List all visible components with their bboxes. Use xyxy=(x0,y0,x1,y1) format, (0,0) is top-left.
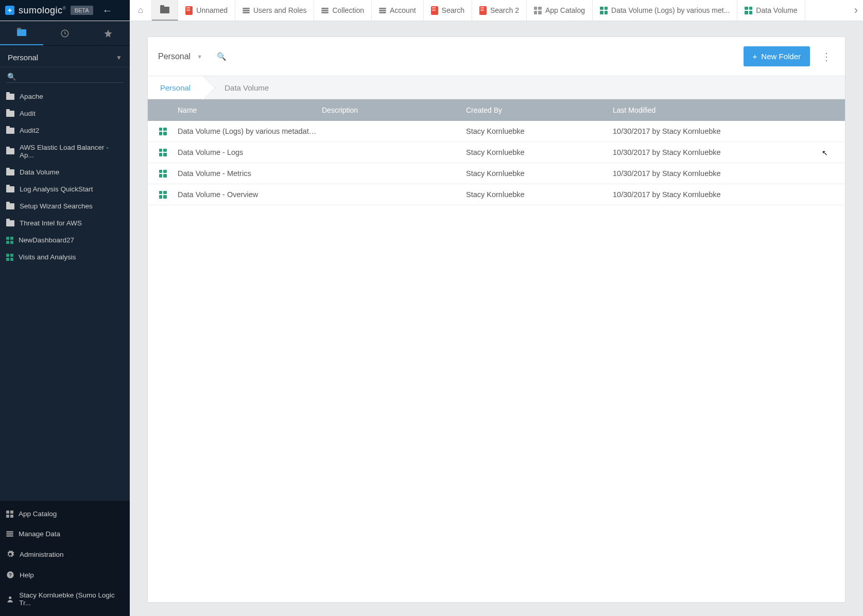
sidebar-section-header[interactable]: Personal ▼ xyxy=(0,46,130,67)
chevron-down-icon: ▼ xyxy=(197,54,202,60)
tab-data-volume-logs-by-various-met[interactable]: Data Volume (Logs) by various met... xyxy=(593,0,737,21)
sidebar-section-label: Personal xyxy=(8,53,38,62)
col-last-modified[interactable]: Last Modified xyxy=(613,106,845,114)
sidebar-tab-favorites[interactable] xyxy=(87,21,130,45)
tab-account[interactable]: Account xyxy=(372,0,424,21)
dashboard-icon xyxy=(745,7,752,14)
folder-icon xyxy=(6,128,14,134)
search-doc-icon xyxy=(185,6,193,15)
new-folder-label: New Folder xyxy=(761,52,801,61)
sidebar-bottom-manage-data[interactable]: Manage Data xyxy=(0,524,130,544)
apps-icon xyxy=(6,511,13,518)
tab-search[interactable]: Search xyxy=(424,0,472,21)
tab-data-volume[interactable]: Data Volume xyxy=(737,0,805,21)
sidebar-bottom-help[interactable]: ?Help xyxy=(0,565,130,585)
tab-unnamed[interactable]: Unnamed xyxy=(178,0,235,21)
table-row[interactable]: Data Volume (Logs) by various metadata f… xyxy=(148,121,845,142)
folder-selector-label: Personal xyxy=(158,52,191,61)
sidebar-bottom-label: Administration xyxy=(20,551,64,558)
panel-header: Personal ▼ 🔍 + New Folder ⋮ xyxy=(148,37,845,76)
sidebar-bottom-app-catalog[interactable]: App Catalog xyxy=(0,504,130,524)
row-name: Data Volume - Logs xyxy=(178,148,322,156)
plus-icon: + xyxy=(753,52,757,61)
sidebar-search-input[interactable] xyxy=(6,71,124,83)
apps-icon xyxy=(534,7,542,14)
table-row[interactable]: Data Volume - MetricsStacy Kornluebke10/… xyxy=(148,163,845,184)
topbar: + sumologic® BETA ← ⌂UnnamedUsers and Ro… xyxy=(0,0,863,21)
sidebar-item-label: NewDashboard27 xyxy=(19,236,74,244)
row-name: Data Volume - Overview xyxy=(178,190,322,199)
database-icon xyxy=(243,8,250,13)
search-doc-icon xyxy=(431,6,438,15)
folder-icon xyxy=(6,203,14,209)
tab-label: Account xyxy=(390,6,416,14)
sidebar-item-label: Log Analysis QuickStart xyxy=(20,185,93,193)
tab-collection[interactable]: Collection xyxy=(314,0,371,21)
tab-label: App Catalog xyxy=(545,6,585,14)
sidebar-item-data-volume[interactable]: Data Volume xyxy=(0,164,130,181)
breadcrumb: Personal Data Volume xyxy=(148,76,845,99)
dashboard-icon xyxy=(159,170,167,178)
folder-icon xyxy=(6,111,14,117)
sidebar-search: 🔍 xyxy=(0,67,130,86)
sidebar-tab-recent[interactable] xyxy=(43,21,87,45)
tabs-scroll-right[interactable]: › xyxy=(849,0,863,21)
clock-icon xyxy=(60,29,70,38)
dashboard-icon xyxy=(600,7,608,14)
sidebar-item-aws-elastic-load-balancer-ap[interactable]: AWS Elastic Load Balancer - Ap... xyxy=(0,139,130,164)
table-row[interactable]: Data Volume - LogsStacy Kornluebke10/30/… xyxy=(148,142,845,163)
dashboard-icon xyxy=(6,254,13,261)
tab-label: Data Volume xyxy=(756,6,797,14)
sidebar-bottom-label: Help xyxy=(20,571,34,579)
search-icon[interactable]: 🔍 xyxy=(217,52,227,61)
sidebar-bottom-stacy-kornluebke-sumo-logic-tr[interactable]: Stacy Kornluebke (Sumo Logic Tr... xyxy=(0,585,130,613)
beta-badge: BETA xyxy=(71,6,93,15)
sidebar-bottom: App CatalogManage DataAdministration?Hel… xyxy=(0,501,130,616)
sidebar-item-label: Visits and Analysis xyxy=(19,253,76,261)
table-row[interactable]: Data Volume - OverviewStacy Kornluebke10… xyxy=(148,184,845,205)
svg-point-3 xyxy=(9,596,11,599)
more-menu-button[interactable]: ⋮ xyxy=(818,50,835,63)
tab-label: Search xyxy=(442,6,464,14)
home-icon: ⌂ xyxy=(138,5,143,15)
folder-selector[interactable]: Personal ▼ xyxy=(158,52,202,61)
sidebar-item-label: AWS Elastic Load Balancer - Ap... xyxy=(20,144,124,159)
sidebar-item-log-analysis-quickstart[interactable]: Log Analysis QuickStart xyxy=(0,181,130,198)
sidebar-item-label: Setup Wizard Searches xyxy=(20,202,93,210)
dashboard-icon xyxy=(6,237,13,244)
tab-library[interactable] xyxy=(152,0,178,21)
logo-icon: + xyxy=(5,6,14,15)
sidebar-item-newdashboard27[interactable]: NewDashboard27 xyxy=(0,232,130,249)
row-created-by: Stacy Kornluebke xyxy=(466,148,613,156)
search-doc-icon xyxy=(479,6,487,15)
tab-users-and-roles[interactable]: Users and Roles xyxy=(235,0,315,21)
sidebar-item-setup-wizard-searches[interactable]: Setup Wizard Searches xyxy=(0,198,130,215)
gear-icon xyxy=(6,550,14,558)
tab-search-2[interactable]: Search 2 xyxy=(472,0,527,21)
col-name[interactable]: Name xyxy=(178,106,322,114)
tab-home[interactable]: ⌂ xyxy=(130,0,152,21)
breadcrumb-item-root[interactable]: Personal xyxy=(148,76,203,99)
sidebar-item-threat-intel-for-aws[interactable]: Threat Intel for AWS xyxy=(0,215,130,232)
tab-label: Users and Roles xyxy=(253,6,307,14)
col-created-by[interactable]: Created By xyxy=(466,106,613,114)
sidebar-tab-library[interactable] xyxy=(0,21,43,45)
sidebar-item-apache[interactable]: Apache xyxy=(0,88,130,105)
table-body: Data Volume (Logs) by various metadata f… xyxy=(148,121,845,205)
new-folder-button[interactable]: + New Folder xyxy=(744,46,810,66)
row-last-modified: 10/30/2017 by Stacy Kornluebke xyxy=(613,127,845,135)
sidebar-item-visits-and-analysis[interactable]: Visits and Analysis xyxy=(0,249,130,266)
sidebar-item-audit2[interactable]: Audit2 xyxy=(0,122,130,139)
tab-strip: ⌂UnnamedUsers and RolesCollectionAccount… xyxy=(130,0,849,21)
sidebar-bottom-administration[interactable]: Administration xyxy=(0,544,130,565)
sidebar-item-audit[interactable]: Audit xyxy=(0,105,130,122)
database-icon xyxy=(6,531,13,537)
folder-icon xyxy=(17,29,26,36)
logo-block: + sumologic® BETA ← xyxy=(0,0,130,21)
row-created-by: Stacy Kornluebke xyxy=(466,127,613,135)
sidebar-bottom-label: Stacy Kornluebke (Sumo Logic Tr... xyxy=(19,591,124,607)
back-arrow-icon[interactable]: ← xyxy=(97,5,118,16)
tab-label: Data Volume (Logs) by various met... xyxy=(611,6,730,14)
col-description[interactable]: Description xyxy=(322,106,466,114)
tab-app-catalog[interactable]: App Catalog xyxy=(527,0,593,21)
